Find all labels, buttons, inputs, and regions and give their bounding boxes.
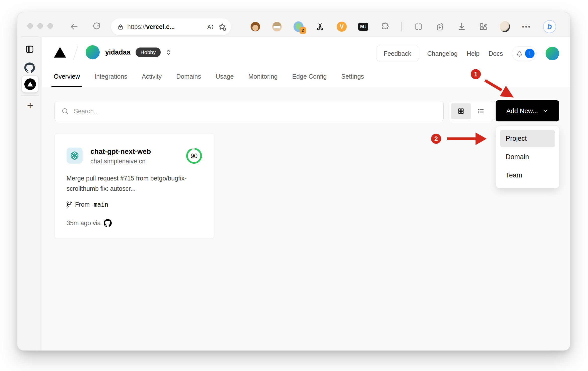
changelog-link[interactable]: Changelog [427, 50, 458, 57]
list-view-icon [477, 107, 485, 115]
reload-button[interactable] [91, 21, 102, 32]
project-domain[interactable]: chat.simplenaive.cn [90, 158, 146, 165]
plan-badge: Hobby [136, 48, 161, 57]
new-tab-button[interactable]: + [25, 100, 36, 111]
grid-view-icon [457, 108, 464, 115]
address-bar[interactable]: https://vercel.c... A [111, 18, 231, 35]
user-avatar[interactable] [546, 47, 559, 60]
project-card[interactable]: chat-gpt-next-web chat.simplenaive.cn 90… [54, 133, 214, 239]
tab-domains[interactable]: Domains [175, 73, 202, 87]
git-branch-icon [66, 201, 73, 208]
toolbar-extensions: 2 V M↓ ••• b [250, 20, 556, 34]
project-name[interactable]: chat-gpt-next-web [90, 148, 151, 156]
tab-integrations[interactable]: Integrations [94, 73, 128, 87]
score-ring: 90 [186, 148, 202, 164]
bell-icon [515, 50, 523, 58]
branch-name: main [94, 201, 108, 208]
score-value: 90 [186, 148, 202, 164]
svg-text:A: A [207, 23, 211, 30]
project-favicon [67, 148, 83, 164]
more-menu-button[interactable]: ••• [521, 22, 532, 32]
search-icon [61, 107, 69, 115]
dropdown-item-team[interactable]: Team [500, 166, 555, 184]
dashboard-header: yidadaa Hobby Feedback Changelog Help Do… [42, 36, 570, 87]
vercel-favicon [24, 78, 36, 90]
markdown-extension-icon[interactable]: M↓ [358, 22, 368, 32]
add-favorite-star-icon[interactable] [218, 23, 226, 31]
dropdown-item-domain[interactable]: Domain [500, 148, 555, 166]
tab-overview[interactable]: Overview [53, 73, 81, 87]
deploy-time: 35m ago via [67, 219, 101, 227]
github-icon [24, 62, 35, 73]
vimium-extension-icon[interactable]: V [337, 22, 347, 32]
sidebar-divider [22, 36, 38, 36]
project-search [54, 101, 444, 121]
notifications-button[interactable]: 1 [512, 46, 537, 61]
minimize-window-button[interactable] [37, 23, 43, 29]
list-view-button[interactable] [471, 103, 491, 119]
url-text: https://vercel.c... [127, 23, 175, 30]
breadcrumb-slash [73, 45, 78, 60]
add-new-label: Add New... [506, 107, 538, 115]
sidebar-panel-toggle[interactable] [24, 44, 35, 55]
avatar-extension-icon[interactable] [272, 22, 282, 32]
monkey-extension-icon[interactable] [250, 22, 260, 32]
tab-settings[interactable]: Settings [340, 73, 365, 87]
toolbar-divider [401, 22, 402, 31]
extensions-puzzle-icon[interactable] [380, 22, 390, 32]
deploy-meta: 35m ago via [67, 219, 112, 227]
dropdown-item-project[interactable]: Project [500, 130, 555, 147]
split-screen-icon[interactable] [414, 22, 424, 32]
notification-count-badge: 1 [525, 49, 535, 58]
window-controls [27, 23, 53, 29]
grid-view-button[interactable] [451, 103, 471, 119]
add-new-dropdown: Project Domain Team [496, 126, 559, 188]
feedback-button[interactable]: Feedback [377, 46, 418, 61]
scissors-extension-icon[interactable] [315, 22, 325, 32]
tab-activity[interactable]: Activity [141, 73, 162, 87]
branch-row: From main [66, 201, 108, 208]
tab-usage[interactable]: Usage [215, 73, 234, 87]
read-aloud-icon[interactable]: A [206, 23, 215, 31]
annotation-step-2: 2 [431, 134, 441, 144]
vercel-logo-icon[interactable] [54, 47, 66, 58]
branch-label: From [75, 201, 90, 208]
browser-window: https://vercel.c... A 2 V M↓ [17, 12, 570, 351]
team-switcher-chevrons-icon[interactable] [165, 49, 172, 56]
help-link[interactable]: Help [467, 50, 480, 57]
team-breadcrumb: yidadaa Hobby [54, 44, 172, 61]
tab-monitoring[interactable]: Monitoring [248, 73, 278, 87]
sidebar-github-tab[interactable] [24, 62, 35, 73]
sidebar-vercel-tab-active[interactable] [22, 76, 38, 92]
plus-icon: + [27, 100, 33, 112]
chevron-down-icon [542, 108, 548, 114]
team-avatar[interactable] [86, 45, 100, 59]
vercel-dashboard: yidadaa Hobby Feedback Changelog Help Do… [42, 36, 570, 351]
header-actions: Feedback Changelog Help Docs 1 [377, 45, 559, 62]
extension-badge: 2 [300, 27, 306, 34]
openai-logo-icon [69, 150, 80, 161]
lock-icon [117, 23, 124, 30]
bing-chat-icon[interactable]: b [543, 20, 556, 33]
apps-grid-icon[interactable] [478, 22, 488, 32]
downloads-icon[interactable] [457, 22, 467, 32]
dashboard-tabs: Overview Integrations Activity Domains U… [53, 73, 365, 87]
annotation-step-1: 1 [471, 69, 481, 79]
add-new-button[interactable]: Add New... [496, 100, 559, 121]
sidebar-active-divider [21, 96, 39, 96]
collections-icon[interactable] [435, 22, 445, 32]
team-name[interactable]: yidadaa [105, 49, 131, 56]
github-icon [104, 219, 112, 227]
browser-profile-avatar[interactable] [500, 22, 510, 32]
close-window-button[interactable] [27, 23, 33, 29]
docs-link[interactable]: Docs [489, 50, 503, 57]
tab-edge-config[interactable]: Edge Config [291, 73, 328, 87]
reload-icon [92, 22, 101, 31]
back-arrow-icon [70, 22, 79, 31]
commit-message: Merge pull request #715 from betgo/bugfi… [67, 173, 203, 194]
search-input[interactable] [74, 108, 437, 115]
view-toggle [449, 101, 493, 121]
badged-extension-icon[interactable]: 2 [293, 22, 304, 32]
zoom-window-button[interactable] [47, 23, 53, 29]
back-button[interactable] [69, 21, 80, 32]
